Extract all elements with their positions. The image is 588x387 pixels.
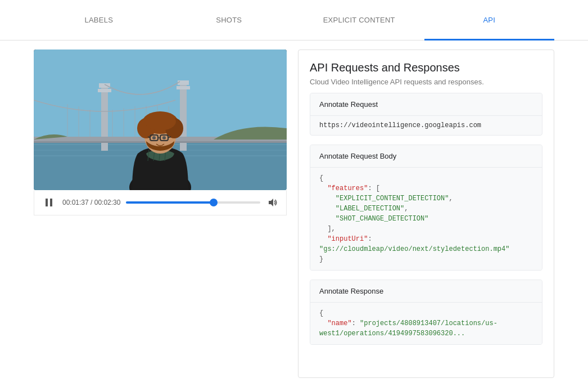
svg-rect-6 (99, 83, 110, 88)
code-line-5: "SHOT_CHANGE_DETECTION" (319, 214, 533, 224)
svg-marker-41 (269, 199, 273, 206)
video-container (34, 50, 287, 190)
tab-api[interactable]: API (424, 0, 555, 40)
annotate-request-body-title: Annotate Request Body (310, 145, 542, 167)
api-panel-subtitle: Cloud Video Intelligence API requests an… (310, 78, 542, 86)
svg-rect-39 (46, 199, 48, 206)
pause-icon (44, 197, 54, 208)
tab-labels[interactable]: Labels (34, 0, 164, 40)
api-scroll-area[interactable]: Annotate Request https://videointelligen… (298, 93, 554, 377)
code-line-4: "LABEL_DETECTION", (319, 204, 533, 214)
tab-shots[interactable]: Shots (164, 0, 295, 40)
code-line-2: "features": [ (319, 183, 533, 194)
api-header: API Requests and Responses Cloud Video I… (298, 50, 554, 93)
progress-fill (126, 201, 213, 204)
api-panel-title: API Requests and Responses (310, 61, 542, 74)
request-body-code[interactable]: { "features": [ "EXPLICIT_CONTENT_DETECT… (310, 167, 542, 270)
progress-thumb (210, 199, 218, 206)
api-panel-inner: API Requests and Responses Cloud Video I… (298, 50, 554, 377)
annotate-request-url[interactable]: https://videointelligence.googleapis.com (310, 115, 542, 135)
annotate-request-section: Annotate Request https://videointelligen… (310, 93, 542, 136)
code-line-3: "EXPLICIT_CONTENT_DETECTION", (319, 194, 533, 204)
video-scene (34, 50, 287, 190)
code-line-8: } (319, 254, 533, 264)
annotate-request-title: Annotate Request (310, 93, 542, 115)
app-container: Labels Shots Explicit Content API (0, 0, 588, 387)
svg-rect-40 (50, 199, 52, 206)
tabs-bar: Labels Shots Explicit Content API (0, 0, 588, 40)
svg-point-37 (152, 136, 156, 140)
svg-rect-9 (178, 80, 189, 85)
response-line-2: "name": "projects/4808913407/locations/u… (319, 318, 533, 339)
code-line-7: "inputUri": "gs://cloudmleap/video/next/… (319, 234, 533, 254)
api-panel: API Requests and Responses Cloud Video I… (298, 50, 554, 378)
code-line-1: { (319, 173, 533, 183)
video-panel: 00:01:37 / 00:02:30 (34, 50, 287, 378)
time-display: 00:01:37 / 00:02:30 (62, 199, 120, 206)
video-controls: 00:01:37 / 00:02:30 (34, 190, 287, 215)
progress-bar[interactable] (126, 201, 260, 204)
code-line-6: ], (319, 224, 533, 234)
pause-button[interactable] (41, 195, 57, 210)
svg-rect-7 (98, 89, 111, 92)
annotate-response-section: Annotate Response { "name": "projects/48… (310, 280, 542, 345)
volume-icon (268, 197, 278, 208)
response-line-1: { (319, 308, 533, 318)
main-content: 00:01:37 / 00:02:30 (0, 40, 588, 387)
annotate-request-body-section: Annotate Request Body { "features": [ "E… (310, 145, 542, 271)
svg-point-31 (144, 112, 176, 130)
svg-rect-10 (177, 86, 190, 89)
svg-point-38 (162, 136, 166, 140)
volume-button[interactable] (266, 196, 279, 209)
annotate-response-title: Annotate Response (310, 280, 542, 302)
tab-explicit-content[interactable]: Explicit Content (294, 0, 424, 40)
response-code[interactable]: { "name": "projects/4808913407/locations… (310, 302, 542, 344)
